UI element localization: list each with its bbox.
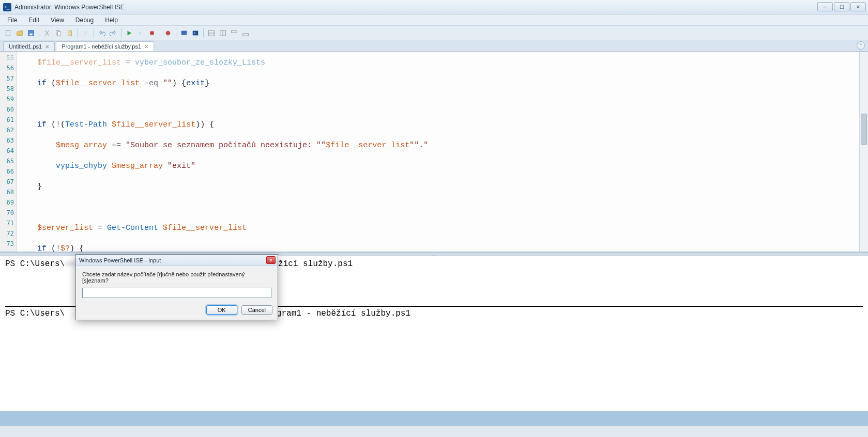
cut-icon[interactable]: [42, 28, 52, 38]
layout1-icon[interactable]: [206, 28, 217, 38]
line-number: 55: [0, 53, 14, 63]
redo-icon[interactable]: [108, 28, 118, 38]
line-number: 65: [0, 156, 14, 166]
tab-label: Program1 - neběžící služby.ps1: [62, 43, 141, 50]
window-controls: ─ ☐ ✕: [817, 2, 866, 11]
line-number: 67: [0, 177, 14, 187]
breakpoint-icon[interactable]: [163, 28, 173, 38]
line-number: 57: [0, 73, 14, 84]
tab-label: Untitled1.ps1: [9, 43, 42, 50]
svg-rect-15: [243, 33, 249, 35]
status-bar: [0, 426, 868, 437]
menu-help[interactable]: Help: [100, 15, 123, 25]
line-number: 71: [0, 218, 14, 228]
close-icon[interactable]: ✕: [144, 44, 148, 50]
paste-icon[interactable]: [65, 28, 75, 38]
layout4-icon[interactable]: [240, 28, 251, 38]
run-script-icon[interactable]: [124, 28, 134, 38]
window-title: Administrator: Windows PowerShell ISE: [14, 4, 125, 11]
cancel-button[interactable]: Cancel: [241, 305, 272, 315]
toolbar: [0, 26, 868, 40]
open-icon[interactable]: [14, 28, 25, 38]
layout3-icon[interactable]: [229, 28, 239, 38]
new-remote-icon[interactable]: [179, 28, 189, 38]
editor-scrollbar[interactable]: [859, 52, 868, 252]
svg-rect-14: [232, 30, 237, 32]
line-number: 56: [0, 63, 14, 73]
tab-untitled1[interactable]: Untitled1.ps1 ✕: [3, 41, 55, 51]
line-number: 60: [0, 104, 14, 115]
menu-file[interactable]: File: [2, 15, 22, 25]
collapse-panel-icon[interactable]: ⌃: [857, 41, 865, 50]
svg-rect-8: [181, 30, 187, 35]
line-number: 64: [0, 146, 14, 156]
line-number: 63: [0, 135, 14, 146]
layout2-icon[interactable]: [218, 28, 228, 38]
line-number: 69: [0, 197, 14, 208]
line-number-gutter: 55 56 57 58 59 60 61 62 63 64 65 66 67 6…: [0, 52, 17, 252]
svg-rect-0: [6, 30, 10, 36]
window-titlebar: ›_ Administrator: Windows PowerShell ISE…: [0, 0, 868, 14]
run-selection-icon[interactable]: [135, 28, 146, 38]
dialog-input[interactable]: [82, 288, 271, 298]
dialog-close-icon[interactable]: ✕: [266, 256, 276, 264]
ok-button[interactable]: OK: [206, 305, 237, 315]
line-number: 72: [0, 228, 14, 239]
line-number: 70: [0, 208, 14, 218]
menu-view[interactable]: View: [45, 15, 69, 25]
script-editor[interactable]: 55 56 57 58 59 60 61 62 63 64 65 66 67 6…: [0, 52, 868, 252]
svg-rect-6: [150, 31, 154, 35]
dialog-titlebar[interactable]: Windows PowerShell ISE - Input ✕: [76, 255, 278, 266]
menu-edit[interactable]: Edit: [23, 15, 44, 25]
svg-rect-5: [68, 30, 72, 36]
minimize-button[interactable]: ─: [817, 2, 833, 11]
clear-icon[interactable]: [81, 28, 91, 38]
tab-program1[interactable]: Program1 - neběžící služby.ps1 ✕: [56, 41, 154, 51]
undo-icon[interactable]: [97, 28, 107, 38]
line-number: 68: [0, 187, 14, 197]
dialog-title: Windows PowerShell ISE - Input: [79, 257, 161, 263]
save-icon[interactable]: [26, 28, 36, 38]
powershell-icon[interactable]: [190, 28, 201, 38]
input-dialog: Windows PowerShell ISE - Input ✕ Chcete …: [75, 254, 278, 320]
new-icon[interactable]: [3, 28, 13, 38]
maximize-button[interactable]: ☐: [834, 2, 849, 11]
line-number: 62: [0, 125, 14, 135]
svg-point-7: [166, 30, 171, 35]
line-number: 58: [0, 84, 14, 94]
line-number: 73: [0, 239, 14, 249]
menu-bar: File Edit View Debug Help: [0, 14, 868, 26]
copy-icon[interactable]: [53, 28, 64, 38]
close-icon[interactable]: ✕: [45, 44, 49, 50]
line-number: 66: [0, 166, 14, 177]
dialog-prompt: Chcete zadat název počítače [r]učně nebo…: [82, 271, 271, 284]
svg-rect-2: [29, 33, 32, 35]
line-number: 59: [0, 94, 14, 104]
app-icon: ›_: [3, 3, 11, 11]
code-area[interactable]: $file__server_list = vyber_soubor_ze_slo…: [17, 52, 859, 252]
editor-tabstrip: Untitled1.ps1 ✕ Program1 - neběžící služ…: [0, 40, 868, 52]
scrollbar-thumb[interactable]: [861, 114, 867, 145]
menu-debug[interactable]: Debug: [70, 15, 99, 25]
close-button[interactable]: ✕: [850, 2, 866, 11]
line-number: 61: [0, 115, 14, 125]
stop-icon[interactable]: [147, 28, 157, 38]
svg-rect-4: [57, 32, 60, 36]
